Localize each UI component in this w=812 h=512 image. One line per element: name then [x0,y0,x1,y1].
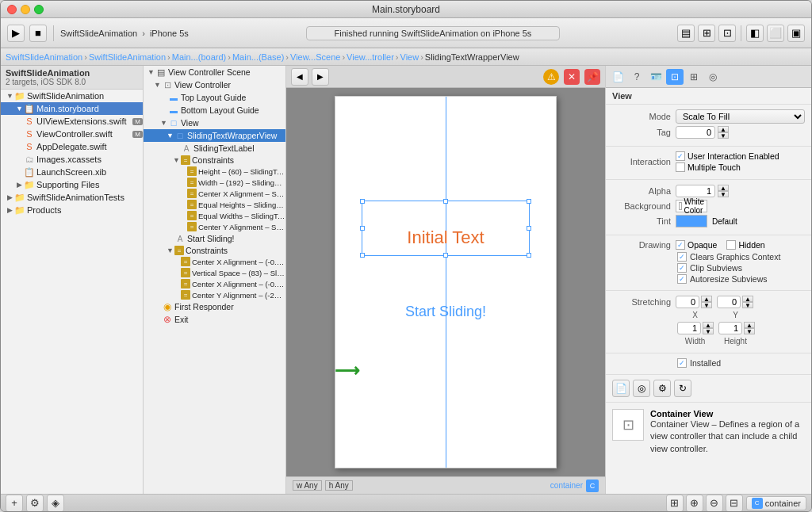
info-icon-3[interactable]: ⚙ [653,380,671,397]
panel-toggle-1[interactable]: ◧ [746,25,764,42]
group-swiftslide[interactable]: ▼ 📁 SwiftSlideAnimation [1,90,143,102]
file-main-storyboard[interactable]: ▼ 📋 Main.storyboard [1,102,143,115]
hidden-checkbox[interactable] [726,240,736,250]
opaque-checkbox[interactable] [676,240,685,250]
zoom-button[interactable] [34,5,44,14]
mode-select[interactable]: Scale To Fill [676,109,805,124]
exit-item[interactable]: ⊗ Exit [144,313,285,326]
view-toggle-3[interactable]: ⊡ [718,25,736,42]
run-button[interactable]: ▶ [7,25,25,42]
autoresize-subviews-checkbox[interactable] [677,274,687,284]
first-responder[interactable]: ◉ First Responder [144,300,285,313]
height-constraint[interactable]: = Height – (60) – SlidingTextWrapperView [144,166,285,177]
height-stepper[interactable]: ▲ ▼ [744,322,755,334]
centery-constraint-1[interactable]: = Center Y Alignment – SlidingTextWrappe… [144,221,285,232]
group-products[interactable]: ▶ 📁 Products [1,204,143,216]
tag-down[interactable]: ▼ [718,132,729,139]
installed-checkbox[interactable] [677,358,687,368]
panel-toggle-2[interactable]: ⬜ [767,25,784,42]
background-swatch[interactable]: White Color [676,200,707,212]
clip-subviews-checkbox[interactable] [677,263,687,273]
bottom-layout-guide[interactable]: ▬ Bottom Layout Guide [144,104,285,117]
tab-quick-help[interactable]: ? [628,69,645,85]
bc-item-5[interactable]: View...Scene [290,52,340,62]
bottom-settings[interactable]: ⚙ [26,495,44,512]
equal-widths-constraint[interactable]: = Equal Widths – SlidingTextWrapperView … [144,210,285,221]
tab-attributes[interactable]: ⊡ [666,69,684,85]
centerx-constraint-2[interactable]: = Center X Alignment – (-0.5) – View – S… [144,256,285,267]
width-stepper[interactable]: ▲ ▼ [703,322,714,334]
zoom-in-btn[interactable]: ⊕ [686,495,703,512]
container-btn[interactable]: C container [746,496,806,510]
bc-item-7[interactable]: View [400,52,419,62]
file-images[interactable]: 🗂 Images.xcassets [1,153,143,166]
canvas-back-btn[interactable]: ◀ [291,68,308,86]
pin-icon[interactable]: 📌 [584,69,600,85]
tab-identity[interactable]: 🪪 [647,69,665,85]
view-controller-item[interactable]: ▼ ⊡ View Controller [144,78,285,91]
canvas-viewport[interactable]: Initial Text Start Sliding! ⟶ [286,88,605,476]
start-sliding-label[interactable]: A Start Sliding! [144,232,285,245]
bottom-filter[interactable]: ◈ [47,495,64,512]
y-stepper[interactable]: ▲ ▼ [742,296,753,308]
layout-btn[interactable]: ⊟ [726,495,743,512]
tint-swatch[interactable] [676,215,707,227]
stop-button[interactable]: ■ [29,25,47,42]
alpha-stepper[interactable]: ▲ ▼ [718,185,729,197]
clears-graphics-checkbox[interactable] [677,252,687,262]
info-icon-2[interactable]: ◎ [633,380,650,397]
constraints-group-2[interactable]: ▼ = Constraints [144,245,285,256]
file-appdelegate[interactable]: S AppDelegate.swift [1,140,143,153]
zoom-out-btn[interactable]: ⊖ [706,495,723,512]
top-layout-guide[interactable]: ▬ Top Layout Guide [144,91,285,104]
vertical-space-constraint[interactable]: = Vertical Space – (83) – SlidingTextWra… [144,267,285,278]
tab-file[interactable]: 📄 [609,69,626,85]
info-icon-4[interactable]: ↻ [674,380,691,397]
group-tests[interactable]: ▶ 📁 SwiftSlideAnimationTests [1,191,143,204]
tab-connections[interactable]: ◎ [704,69,722,85]
centery-constraint-2[interactable]: = Center Y Alignment – (-24) – View – Sl… [144,289,285,300]
alpha-input[interactable] [676,185,715,197]
x-input[interactable] [676,296,699,308]
tab-size[interactable]: ⊞ [685,69,703,85]
view-item[interactable]: ▼ □ View [144,117,285,129]
group-supporting[interactable]: ▶ 📁 Supporting Files [1,178,143,191]
add-button[interactable]: + [6,495,23,512]
multiple-touch-checkbox[interactable] [676,162,685,172]
info-icon-1[interactable]: 📄 [612,380,630,397]
bc-item-8[interactable]: SlidingTextWrapperView [425,52,519,62]
error-icon[interactable]: ✕ [564,69,580,85]
sliding-text-label[interactable]: A SlidingTextLabel [144,142,285,155]
close-button[interactable] [7,5,17,14]
x-stepper[interactable]: ▲ ▼ [701,296,712,308]
alpha-down[interactable]: ▼ [718,191,729,197]
sliding-wrapper-view[interactable]: ▼ □ SlidingTextWrapperView [144,129,285,142]
file-viewcontroller[interactable]: S ViewController.swift M [1,128,143,140]
width-input[interactable] [677,322,701,334]
zoom-fit-btn[interactable]: ⊞ [666,495,684,512]
height-input[interactable] [718,322,742,334]
equal-heights-constraint[interactable]: = Equal Heights – SlidingTextWrapperView… [144,199,285,210]
centerx-constraint-1[interactable]: = Center X Alignment – SlidingTextWrappe… [144,188,285,199]
constraint-warning-icon[interactable]: ⚠ [543,69,559,85]
view-toggle-1[interactable]: ▤ [677,25,695,42]
bc-item-6[interactable]: View...troller [347,52,394,62]
constraints-group-1[interactable]: ▼ = Constraints [144,155,285,166]
view-toggle-2[interactable]: ⊞ [698,25,715,42]
file-uiviewext[interactable]: S UIViewExtensions.swift M [1,115,143,128]
minimize-button[interactable] [21,5,30,14]
tag-input[interactable] [676,126,715,139]
canvas-forward-btn[interactable]: ▶ [312,68,329,86]
panel-toggle-3[interactable]: ▣ [787,25,805,42]
tag-stepper[interactable]: ▲ ▼ [718,126,729,139]
scene-view-controller[interactable]: ▼ ▤ View Controller Scene [144,66,285,78]
file-launchscreen[interactable]: 📋 LaunchScreen.xib [1,166,143,178]
bc-item-4[interactable]: Main...(Base) [232,52,284,62]
bc-item-1[interactable]: SwiftSlideAnimation [6,52,82,62]
bc-item-2[interactable]: SwiftSlideAnimation [89,52,166,62]
y-input[interactable] [717,296,741,308]
width-constraint[interactable]: = Width – (192) – SlidingTextWrapperView [144,177,285,188]
user-interaction-checkbox[interactable] [676,151,685,161]
centerx-constraint-3[interactable]: = Center X Alignment – (-0.5) – View – S… [144,278,285,289]
bc-item-3[interactable]: Main...(board) [172,52,226,62]
